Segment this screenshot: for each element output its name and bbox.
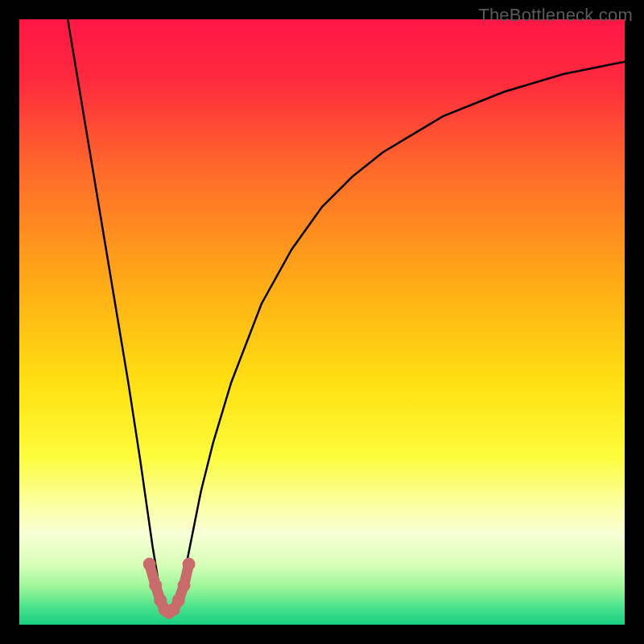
minimum-marker bbox=[172, 594, 185, 607]
watermark-label: TheBottleneck.com bbox=[478, 5, 633, 26]
minimum-marker bbox=[143, 558, 156, 571]
plot-area bbox=[19, 19, 625, 625]
bottleneck-chart bbox=[19, 19, 625, 625]
minimum-marker bbox=[178, 579, 191, 592]
chart-container: { "watermark": "TheBottleneck.com", "cha… bbox=[0, 0, 644, 644]
gradient-background bbox=[19, 19, 625, 625]
minimum-marker bbox=[183, 558, 196, 571]
minimum-marker bbox=[149, 579, 162, 592]
